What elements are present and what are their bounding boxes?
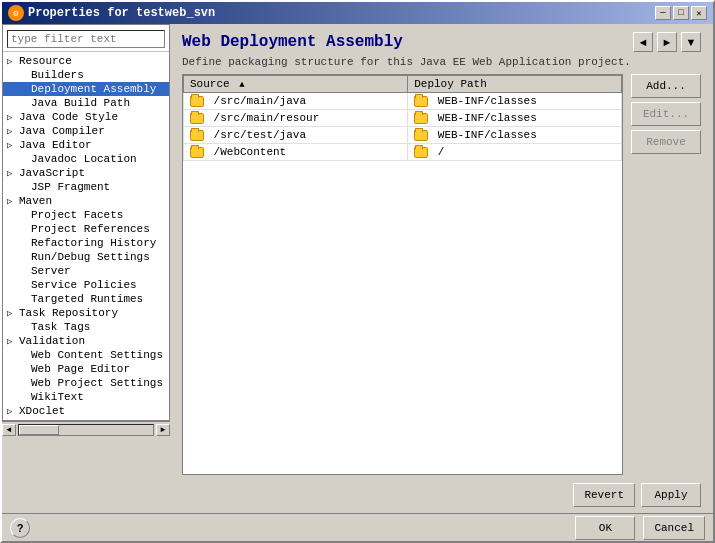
sidebar-item-server[interactable]: Server [3, 264, 169, 278]
table-row[interactable]: /src/main/resour WEB-INF/classes [184, 110, 622, 127]
sidebar-item-targeted-runtimes[interactable]: Targeted Runtimes [3, 292, 169, 306]
main-content: ▷Resource Builders Deployment Assembly J… [2, 24, 713, 513]
sidebar-item-label: Service Policies [31, 279, 137, 291]
sidebar-item-label: Task Tags [31, 321, 90, 333]
cancel-button[interactable]: Cancel [643, 516, 705, 540]
left-section: ▷Resource Builders Deployment Assembly J… [2, 24, 170, 513]
sidebar-item-jsp-fragment[interactable]: JSP Fragment [3, 180, 169, 194]
sidebar-item-label: Web Page Editor [31, 363, 130, 375]
sidebar-item-web-project-settings[interactable]: Web Project Settings [3, 376, 169, 390]
source-cell: /src/main/java [184, 93, 408, 110]
scroll-right-arrow[interactable]: ► [156, 424, 170, 436]
expand-button[interactable]: ▼ [681, 32, 701, 52]
sidebar-item-javascript[interactable]: ▷JavaScript [3, 166, 169, 180]
status-bar: ? OK Cancel [2, 513, 713, 541]
scrollbar-thumb[interactable] [19, 425, 59, 435]
back-button[interactable]: ◄ [633, 32, 653, 52]
sidebar-item-label: Maven [19, 195, 52, 207]
deploy-cell: WEB-INF/classes [408, 127, 622, 144]
sidebar-item-web-content-settings[interactable]: Web Content Settings [3, 348, 169, 362]
properties-window: ⚙ Properties for testweb_svn — □ ✕ ▷Reso… [0, 0, 715, 543]
deploy-path: / [438, 146, 445, 158]
expand-icon: ▷ [7, 140, 17, 151]
table-row[interactable]: /src/main/java WEB-INF/classes [184, 93, 622, 110]
folder-icon [190, 130, 204, 141]
source-path: /src/test/java [214, 129, 306, 141]
sidebar-item-label: Project Facets [31, 209, 123, 221]
sidebar-item-label: Server [31, 265, 71, 277]
table-row[interactable]: /src/test/java WEB-INF/classes [184, 127, 622, 144]
deploy-cell: WEB-INF/classes [408, 110, 622, 127]
help-button[interactable]: ? [10, 518, 30, 538]
expand-icon: ▷ [7, 336, 17, 347]
remove-button[interactable]: Remove [631, 130, 701, 154]
sidebar-item-label: Targeted Runtimes [31, 293, 143, 305]
sidebar-item-deployment-assembly[interactable]: Deployment Assembly [3, 82, 169, 96]
sidebar-item-java-compiler[interactable]: ▷Java Compiler [3, 124, 169, 138]
sidebar-tree: ▷Resource Builders Deployment Assembly J… [2, 24, 170, 421]
sidebar-item-javadoc-location[interactable]: Javadoc Location [3, 152, 169, 166]
apply-button[interactable]: Apply [641, 483, 701, 507]
deploy-path: WEB-INF/classes [438, 129, 537, 141]
sidebar-item-label: Web Content Settings [31, 349, 163, 361]
table-container: Source ▲ Deploy Path /src/main/java [182, 74, 623, 475]
sidebar-item-service-policies[interactable]: Service Policies [3, 278, 169, 292]
sidebar-item-xdoclet[interactable]: ▷XDoclet [3, 404, 169, 418]
sidebar-item-task-tags[interactable]: Task Tags [3, 320, 169, 334]
sidebar-item-resource[interactable]: ▷Resource [3, 54, 169, 68]
folder-icon [414, 96, 428, 107]
deploy-cell: / [408, 144, 622, 161]
source-cell: /WebContent [184, 144, 408, 161]
sidebar-item-label: Deployment Assembly [31, 83, 156, 95]
sidebar-item-label: Web Project Settings [31, 377, 163, 389]
source-path: /src/main/java [214, 95, 306, 107]
sidebar-item-label: Resource [19, 55, 72, 67]
col-deploy[interactable]: Deploy Path [408, 76, 622, 93]
add-button[interactable]: Add... [631, 74, 701, 98]
sidebar-item-label: Project References [31, 223, 150, 235]
source-cell: /src/test/java [184, 127, 408, 144]
sidebar-item-label: JavaScript [19, 167, 85, 179]
sidebar-item-validation[interactable]: ▷Validation [3, 334, 169, 348]
sidebar-item-project-facets[interactable]: Project Facets [3, 208, 169, 222]
sidebar-item-label: Validation [19, 335, 85, 347]
expand-icon: ▷ [7, 168, 17, 179]
table-area: Source ▲ Deploy Path /src/main/java [182, 74, 701, 475]
sidebar-item-label: WikiText [31, 391, 84, 403]
sidebar-item-builders[interactable]: Builders [3, 68, 169, 82]
sidebar-scrollbar[interactable]: ◄ ► [2, 421, 170, 437]
expand-icon: ▷ [7, 308, 17, 319]
sidebar-item-project-references[interactable]: Project References [3, 222, 169, 236]
minimize-button[interactable]: — [655, 6, 671, 20]
sidebar-item-label: JSP Fragment [31, 181, 110, 193]
sidebar-item-java-build-path[interactable]: Java Build Path [3, 96, 169, 110]
sidebar-item-java-code-style[interactable]: ▷Java Code Style [3, 110, 169, 124]
col-source[interactable]: Source ▲ [184, 76, 408, 93]
ok-button[interactable]: OK [575, 516, 635, 540]
sidebar-item-label: Java Editor [19, 139, 92, 151]
scroll-left-arrow[interactable]: ◄ [2, 424, 16, 436]
sidebar-item-maven[interactable]: ▷Maven [3, 194, 169, 208]
expand-icon: ▷ [7, 126, 17, 137]
panel-header: Web Deployment Assembly ◄ ► ▼ [170, 24, 713, 56]
revert-button[interactable]: Revert [573, 483, 635, 507]
maximize-button[interactable]: □ [673, 6, 689, 20]
forward-button[interactable]: ► [657, 32, 677, 52]
filter-wrap [3, 27, 169, 52]
sidebar-item-web-page-editor[interactable]: Web Page Editor [3, 362, 169, 376]
sidebar-item-task-repository[interactable]: ▷Task Repository [3, 306, 169, 320]
sidebar-item-refactoring-history[interactable]: Refactoring History [3, 236, 169, 250]
sidebar-item-run-debug-settings[interactable]: Run/Debug Settings [3, 250, 169, 264]
folder-icon [190, 147, 204, 158]
panel-toolbar: ◄ ► ▼ [633, 32, 701, 52]
edit-button[interactable]: Edit... [631, 102, 701, 126]
table-row[interactable]: /WebContent / [184, 144, 622, 161]
sidebar-items: ▷Resource Builders Deployment Assembly J… [3, 54, 169, 418]
sidebar-item-java-editor[interactable]: ▷Java Editor [3, 138, 169, 152]
right-panel: Web Deployment Assembly ◄ ► ▼ Define pac… [170, 24, 713, 513]
close-button[interactable]: ✕ [691, 6, 707, 20]
filter-input[interactable] [7, 30, 165, 48]
sidebar-item-wikitext[interactable]: WikiText [3, 390, 169, 404]
sidebar-item-label: Task Repository [19, 307, 118, 319]
sidebar-item-label: XDoclet [19, 405, 65, 417]
